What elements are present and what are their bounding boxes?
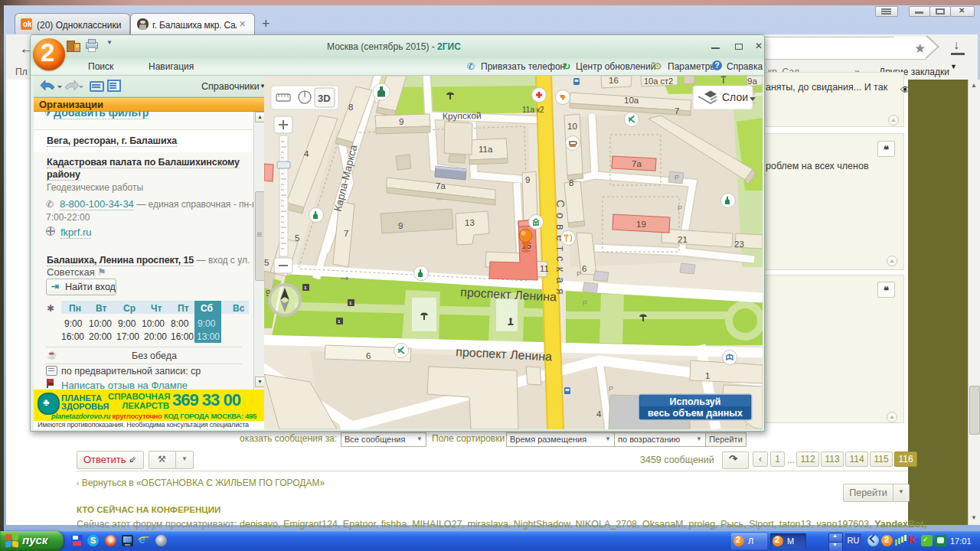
svg-text:11: 11 (540, 264, 549, 273)
svg-text:1: 1 (705, 371, 710, 380)
svg-text:7: 7 (344, 229, 348, 238)
svg-text:Советская: Советская (554, 200, 567, 300)
svg-text:6: 6 (366, 351, 371, 360)
svg-text:Крупской: Крупской (443, 110, 482, 122)
svg-text:21: 21 (678, 235, 688, 244)
svg-text:P: P (675, 174, 679, 181)
svg-text:6: 6 (582, 264, 586, 273)
svg-text:19: 19 (636, 220, 646, 229)
svg-text:9а: 9а (747, 77, 757, 86)
svg-text:4: 4 (596, 409, 602, 419)
svg-text:5: 5 (264, 258, 269, 267)
svg-text:4: 4 (304, 149, 309, 158)
svg-text:5: 5 (295, 233, 299, 243)
svg-text:9: 9 (525, 175, 530, 184)
svg-text:7: 7 (675, 106, 679, 116)
svg-text:8: 8 (569, 178, 573, 187)
svg-text:Используй: Используй (670, 396, 721, 407)
svg-text:P: P (577, 270, 581, 278)
svg-text:весь объем данных: весь объем данных (648, 408, 743, 419)
svg-text:11а: 11а (479, 145, 493, 154)
svg-text:8: 8 (348, 103, 353, 112)
svg-text:11а к2: 11а к2 (522, 106, 544, 114)
svg-text:Слои: Слои (722, 91, 748, 103)
svg-text:13: 13 (465, 218, 475, 227)
svg-text:10а ст2: 10а ст2 (644, 77, 673, 86)
svg-text:9: 9 (398, 221, 403, 230)
svg-text:7а: 7а (436, 181, 446, 191)
svg-text:16: 16 (609, 76, 619, 85)
svg-text:P: P (678, 204, 682, 212)
svg-text:P: P (609, 385, 613, 393)
svg-text:23: 23 (734, 240, 744, 249)
svg-text:P: P (583, 299, 587, 307)
svg-text:10а: 10а (624, 96, 639, 105)
svg-text:7а: 7а (632, 159, 642, 168)
svg-text:10: 10 (567, 122, 577, 131)
svg-text:9: 9 (399, 117, 403, 126)
svg-text:3D: 3D (318, 93, 331, 104)
